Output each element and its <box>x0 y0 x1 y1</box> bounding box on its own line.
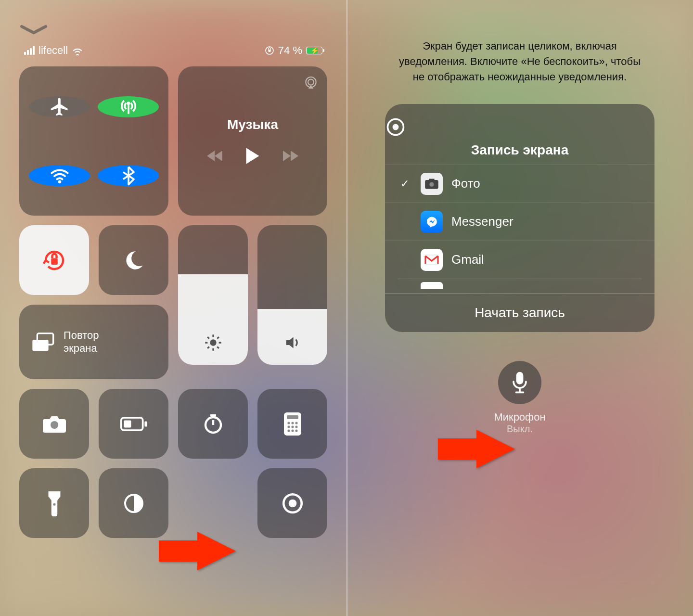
battery-icon: ⚡ <box>306 47 322 54</box>
half-circle-icon <box>122 492 145 515</box>
svg-rect-46 <box>516 372 524 385</box>
svg-rect-21 <box>124 420 131 427</box>
svg-point-3 <box>58 180 61 183</box>
antenna-icon <box>118 96 139 117</box>
screen-mirroring-button[interactable]: Повтор экрана <box>19 305 168 379</box>
wifi-toggle[interactable] <box>29 165 90 186</box>
record-icon <box>385 116 654 138</box>
brightness-icon <box>204 333 223 352</box>
destination-label: Gmail <box>451 252 484 267</box>
airplay-icon[interactable] <box>303 75 319 90</box>
svg-point-36 <box>53 503 55 505</box>
sheet-title: Запись экрана <box>385 142 654 158</box>
destination-gmail[interactable]: Gmail <box>385 241 654 279</box>
svg-point-35 <box>295 429 297 432</box>
svg-rect-44 <box>429 179 435 181</box>
screen-mirroring-icon <box>31 332 55 353</box>
destination-partial-row <box>398 279 642 288</box>
svg-point-7 <box>210 339 216 346</box>
flashlight-icon <box>46 490 63 516</box>
volume-slider[interactable] <box>257 225 327 365</box>
pane-divider <box>346 0 347 616</box>
timer-icon <box>202 412 225 436</box>
connectivity-panel[interactable] <box>19 66 168 216</box>
destination-messenger[interactable]: Messenger <box>385 203 654 241</box>
calculator-button[interactable] <box>257 389 327 459</box>
screen-recording-sheet: Запись экрана ✓ Фото Messenger <box>385 104 654 332</box>
flashlight-button[interactable] <box>19 468 89 538</box>
svg-line-15 <box>217 337 219 339</box>
screen-mirroring-label: Повтор экрана <box>64 329 99 355</box>
battery-percent: 74 % <box>278 44 302 57</box>
svg-point-18 <box>51 421 58 429</box>
svg-point-31 <box>291 425 294 428</box>
start-recording-button[interactable]: Начать запись <box>385 293 654 332</box>
screen-record-button[interactable] <box>257 468 327 538</box>
bluetooth-toggle[interactable] <box>98 165 159 186</box>
svg-point-41 <box>393 124 399 130</box>
orientation-lock-toggle[interactable] <box>19 225 89 295</box>
wifi-icon <box>49 165 70 186</box>
rewind-button[interactable] <box>206 149 225 163</box>
photos-app-icon <box>421 173 443 195</box>
svg-rect-20 <box>144 421 147 426</box>
brightness-slider[interactable] <box>178 225 248 365</box>
svg-point-33 <box>287 429 290 432</box>
microphone-label: Микрофон <box>366 411 674 424</box>
microphone-toggle[interactable] <box>498 361 541 404</box>
recording-notice: Экран будет записан целиком, включая уве… <box>366 14 674 99</box>
svg-point-43 <box>429 182 434 186</box>
dark-mode-toggle[interactable] <box>99 468 168 538</box>
svg-line-13 <box>217 346 219 348</box>
cellular-data-toggle[interactable] <box>98 96 159 117</box>
svg-rect-1 <box>268 50 270 52</box>
destination-label: Фото <box>451 176 480 191</box>
messenger-app-icon <box>421 211 443 233</box>
camera-button[interactable] <box>19 389 89 459</box>
gmail-app-icon <box>421 249 443 271</box>
status-bar: lifecell 74 % ⚡ <box>19 40 327 66</box>
orientation-lock-status-icon <box>265 46 274 55</box>
svg-point-5 <box>308 79 314 85</box>
carrier-label: lifecell <box>38 44 68 57</box>
play-button[interactable] <box>244 147 261 165</box>
moon-icon <box>122 248 146 272</box>
battery-icon <box>120 417 147 431</box>
record-icon <box>281 491 305 515</box>
control-center-pane: lifecell 74 % ⚡ <box>0 0 346 616</box>
svg-line-12 <box>207 337 209 339</box>
svg-rect-26 <box>287 415 298 419</box>
chevron-down-icon[interactable] <box>19 14 327 40</box>
microphone-icon <box>510 371 529 394</box>
svg-line-14 <box>207 346 209 348</box>
screen-recording-sheet-pane: Экран будет записан целиком, включая уве… <box>346 0 693 616</box>
annotation-arrow-icon <box>476 430 515 468</box>
svg-point-28 <box>291 422 294 424</box>
timer-button[interactable] <box>178 389 248 459</box>
airplane-icon <box>49 96 70 117</box>
svg-point-2 <box>127 102 130 105</box>
airplane-mode-toggle[interactable] <box>29 96 90 117</box>
microphone-state: Выкл. <box>366 424 674 435</box>
svg-rect-6 <box>51 258 58 265</box>
svg-point-32 <box>295 425 297 428</box>
svg-rect-17 <box>32 340 48 351</box>
music-panel[interactable]: Музыка <box>178 66 327 216</box>
checkmark-icon: ✓ <box>398 178 412 190</box>
annotation-arrow-icon <box>197 532 236 570</box>
bluetooth-icon <box>118 165 139 186</box>
camera-icon <box>42 414 67 434</box>
cell-signal-icon <box>24 46 35 55</box>
destination-photos[interactable]: ✓ Фото <box>385 165 654 203</box>
svg-point-29 <box>295 422 297 424</box>
forward-button[interactable] <box>280 149 299 163</box>
svg-point-27 <box>287 422 290 424</box>
low-power-mode-toggle[interactable] <box>99 389 168 459</box>
do-not-disturb-toggle[interactable] <box>99 225 168 295</box>
svg-point-30 <box>287 425 290 428</box>
orientation-lock-icon <box>41 247 67 273</box>
control-center-grid: Музыка <box>19 66 327 538</box>
music-title: Музыка <box>227 117 278 132</box>
svg-point-34 <box>291 429 294 432</box>
destination-label: Messenger <box>451 214 513 229</box>
